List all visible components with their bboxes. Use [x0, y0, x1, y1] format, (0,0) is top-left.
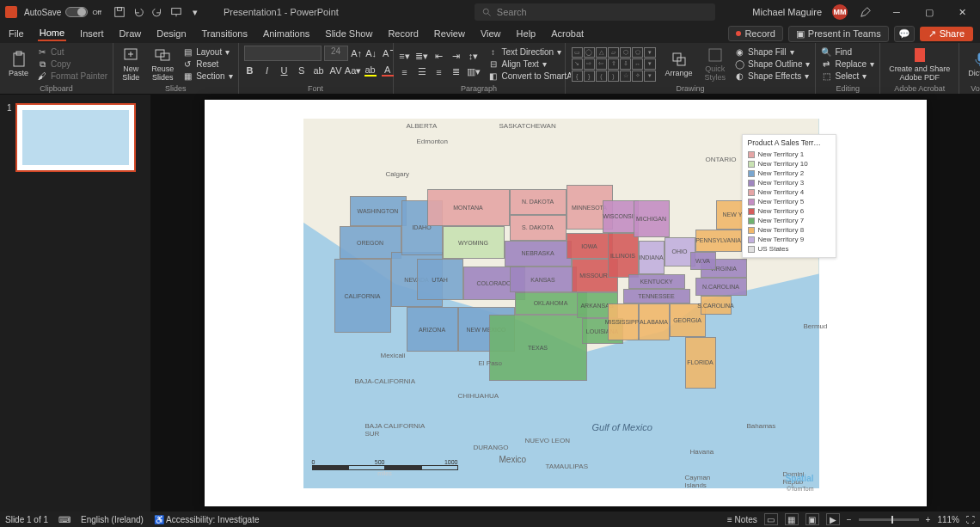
highlight-icon[interactable]: ab [364, 64, 377, 77]
legend-item: New Territory 6 [748, 206, 830, 216]
font-size-select[interactable]: 24 [324, 46, 348, 61]
reading-view-icon[interactable]: ▣ [805, 513, 819, 525]
slideshow-view-icon[interactable]: ▶ [826, 513, 840, 525]
spellcheck-icon[interactable]: ⌨ [58, 515, 70, 524]
tab-animations[interactable]: Animations [261, 27, 311, 40]
autosave-state: Off [92, 9, 101, 16]
cut-button[interactable]: ✂Cut [37, 47, 107, 58]
layout-button[interactable]: ▤Layout ▾ [182, 47, 232, 58]
thumbnail-panel[interactable]: 1 [0, 95, 150, 512]
tab-insert[interactable]: Insert [78, 27, 106, 40]
justify-icon[interactable]: ≣ [450, 66, 462, 78]
close-button[interactable]: ✕ [949, 3, 975, 21]
shape-fill-button[interactable]: ◉Shape Fill ▾ [734, 47, 810, 58]
present-icon[interactable] [170, 6, 182, 18]
map-legend[interactable]: Product A Sales Terr… New Territory 1New… [742, 134, 836, 258]
increase-font-icon[interactable]: A↑ [351, 47, 363, 59]
shape-effects-button[interactable]: ◐Shape Effects ▾ [734, 71, 810, 82]
tab-draw[interactable]: Draw [118, 27, 144, 40]
indent-inc-icon[interactable]: ⇥ [450, 51, 462, 63]
font-family-select[interactable] [244, 46, 322, 61]
share-button[interactable]: ↗Share [920, 27, 973, 41]
tab-review[interactable]: Review [432, 27, 467, 40]
state-alabama: ALABAMA [639, 303, 670, 340]
align-center-icon[interactable]: ☰ [416, 66, 428, 78]
quick-styles-button[interactable]: Quick Styles [701, 46, 730, 82]
avatar[interactable]: MM [832, 4, 848, 20]
clear-format-icon[interactable]: Aֿ [380, 47, 392, 59]
decrease-font-icon[interactable]: A↓ [365, 47, 377, 59]
tab-home[interactable]: Home [38, 26, 66, 41]
slide-indicator[interactable]: Slide 1 of 1 [5, 515, 48, 524]
italic-icon[interactable]: I [261, 64, 273, 77]
search-input[interactable]: Search [475, 3, 715, 21]
shadow-icon[interactable]: ab [313, 64, 325, 77]
reuse-slides-button[interactable]: Reuse Slides [148, 46, 177, 82]
tab-acrobat[interactable]: Acrobat [549, 27, 585, 40]
state-montana: MONTANA [427, 189, 510, 226]
tab-file[interactable]: File [7, 27, 26, 40]
underline-icon[interactable]: U [279, 64, 291, 77]
paste-label: Paste [9, 69, 28, 77]
create-pdf-button[interactable]: Create and Share Adobe PDF [885, 46, 953, 82]
qat-overflow-icon[interactable]: ▾ [189, 6, 201, 18]
strike-icon[interactable]: S [296, 64, 308, 77]
notes-button[interactable]: ≡ Notes [727, 515, 757, 524]
slide-thumbnail-1[interactable] [15, 103, 136, 172]
tab-record[interactable]: Record [386, 27, 420, 40]
tab-view[interactable]: View [479, 27, 503, 40]
record-button[interactable]: Record [728, 26, 782, 41]
slide-editor[interactable]: WASHINGTONOREGONCALIFORNIANEVADAIDAHOMON… [150, 95, 980, 512]
accessibility-indicator[interactable]: ♿ Accessibility: Investigate [154, 515, 260, 524]
dictate-button[interactable]: Dictate [965, 51, 980, 77]
spacing-icon[interactable]: AV [330, 64, 342, 77]
tab-transitions[interactable]: Transitions [200, 27, 249, 40]
tab-slideshow[interactable]: Slide Show [323, 27, 374, 40]
user-name[interactable]: Michael Maguire [752, 7, 822, 17]
zoom-out-button[interactable]: − [847, 515, 852, 524]
paste-button[interactable]: Paste [5, 51, 32, 77]
bullets-icon[interactable]: ≡▾ [399, 51, 411, 63]
toggle-icon[interactable] [65, 7, 88, 17]
comments-button[interactable]: 💬 [894, 26, 915, 42]
maximize-button[interactable]: ▢ [916, 3, 942, 21]
bold-icon[interactable]: B [244, 64, 256, 77]
zoom-slider[interactable] [859, 518, 919, 521]
tab-design[interactable]: Design [155, 27, 187, 40]
align-left-icon[interactable]: ≡ [399, 66, 411, 78]
redo-icon[interactable] [151, 6, 163, 18]
select-button[interactable]: ⬚Select ▾ [821, 71, 874, 82]
find-button[interactable]: 🔍Find [821, 47, 874, 58]
arrange-button[interactable]: Arrange [662, 51, 696, 77]
copy-button[interactable]: ⧉Copy [37, 59, 107, 70]
zoom-level[interactable]: 111% [937, 515, 959, 524]
align-right-icon[interactable]: ≡ [433, 66, 445, 78]
pen-icon[interactable] [860, 6, 872, 18]
format-painter-button[interactable]: 🖌Format Painter [37, 71, 107, 82]
new-slide-button[interactable]: New Slide [119, 46, 143, 82]
shapes-gallery[interactable]: ▭◯△▱⬡⬠▾ ↘⇨⇦⇧⇩↔▾ {}()☆✧▾ [571, 46, 657, 83]
save-icon[interactable] [113, 6, 126, 18]
fit-to-window-button[interactable]: ⛶ [966, 515, 975, 524]
indent-dec-icon[interactable]: ⇤ [433, 51, 445, 63]
columns-icon[interactable]: ▥▾ [468, 66, 480, 78]
state-nebraska: NEBRASKA [505, 241, 572, 267]
slide-canvas[interactable]: WASHINGTONOREGONCALIFORNIANEVADAIDAHOMON… [205, 100, 927, 506]
sorter-view-icon[interactable]: ▦ [785, 513, 799, 525]
present-teams-button[interactable]: ▣Present in Teams [788, 26, 889, 42]
normal-view-icon[interactable]: ▭ [764, 513, 778, 525]
undo-icon[interactable] [132, 6, 144, 18]
font-color-icon[interactable]: A [382, 64, 394, 77]
zoom-in-button[interactable]: + [926, 515, 931, 524]
numbering-icon[interactable]: ≣▾ [416, 51, 428, 63]
replace-button[interactable]: ⇄Replace ▾ [821, 59, 874, 70]
case-icon[interactable]: Aa▾ [347, 64, 359, 77]
shape-outline-button[interactable]: ◯Shape Outline ▾ [734, 59, 810, 70]
autosave-toggle[interactable]: AutoSave Off [24, 7, 101, 17]
line-spacing-icon[interactable]: ↕▾ [468, 51, 480, 63]
tab-help[interactable]: Help [515, 27, 538, 40]
minimize-button[interactable]: ─ [884, 3, 910, 21]
reset-button[interactable]: ↺Reset [182, 59, 232, 70]
section-button[interactable]: ▦Section ▾ [182, 71, 232, 82]
language-indicator[interactable]: English (Ireland) [81, 515, 144, 524]
